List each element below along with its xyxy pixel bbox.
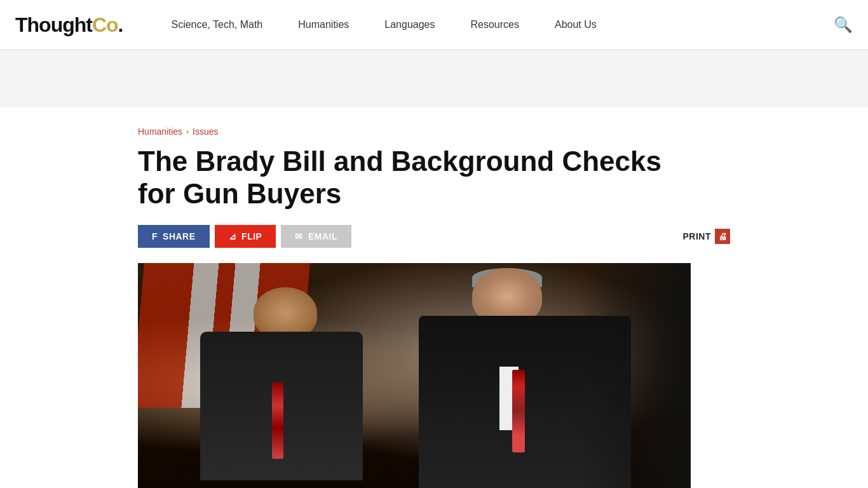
- print-button[interactable]: PRINT 🖨: [683, 229, 731, 244]
- share-email-button[interactable]: ✉ EMAIL: [281, 225, 351, 248]
- share-flip-label: FLIP: [241, 231, 262, 241]
- main-content: Humanities › Issues The Brady Bill and B…: [123, 107, 745, 488]
- nav-item-resources: Resources: [452, 0, 536, 50]
- search-icon[interactable]: 🔍: [834, 16, 853, 34]
- share-bar: f SHARE ⊿ FLIP ✉ EMAIL PRINT 🖨: [138, 225, 730, 248]
- nav-links: Science, Tech, Math Humanities Languages…: [153, 0, 834, 50]
- breadcrumb: Humanities › Issues: [138, 126, 730, 137]
- nav-link-languages[interactable]: Languages: [367, 0, 452, 50]
- nav-item-science: Science, Tech, Math: [153, 0, 280, 50]
- background-dark-edge: [580, 263, 691, 488]
- site-header: ThoughtCo. Science, Tech, Math Humanitie…: [0, 0, 868, 50]
- breadcrumb-parent-link[interactable]: Humanities: [138, 126, 182, 137]
- breadcrumb-current-link[interactable]: Issues: [193, 126, 218, 137]
- nav-link-humanities[interactable]: Humanities: [280, 0, 367, 50]
- print-label: PRINT: [683, 231, 712, 241]
- logo: ThoughtCo.: [15, 13, 123, 37]
- logo-thought: Thought: [15, 13, 92, 36]
- figure-left-body: [200, 332, 363, 480]
- nav-item-languages: Languages: [367, 0, 452, 50]
- ad-banner: [0, 50, 868, 107]
- nav-link-resources[interactable]: Resources: [452, 0, 536, 50]
- flip-icon: ⊿: [229, 231, 237, 241]
- email-icon: ✉: [295, 231, 303, 241]
- nav-link-science[interactable]: Science, Tech, Math: [153, 0, 280, 50]
- nav-item-humanities: Humanities: [280, 0, 367, 50]
- logo-dot: .: [118, 13, 123, 36]
- article-hero-image: [138, 263, 691, 488]
- nav-item-about: About Us: [537, 0, 614, 50]
- facebook-icon: f: [152, 231, 158, 241]
- logo-co: Co: [92, 13, 118, 36]
- share-facebook-label: SHARE: [163, 231, 196, 241]
- nav-link-about[interactable]: About Us: [537, 0, 614, 50]
- figure-left-tie: [272, 383, 283, 459]
- figure-right-tie: [512, 370, 525, 452]
- share-flip-button[interactable]: ⊿ FLIP: [215, 225, 276, 248]
- article-title: The Brady Bill and Background Checks for…: [138, 146, 691, 210]
- logo-link[interactable]: ThoughtCo.: [15, 13, 123, 37]
- figure-left: [166, 287, 398, 488]
- photo-scene: [138, 263, 691, 488]
- figure-left-head: [254, 287, 317, 338]
- share-email-label: EMAIL: [308, 231, 337, 241]
- print-icon: 🖨: [715, 229, 730, 244]
- main-nav: ThoughtCo. Science, Tech, Math Humanitie…: [0, 0, 868, 50]
- breadcrumb-separator: ›: [186, 127, 189, 136]
- share-facebook-button[interactable]: f SHARE: [138, 225, 210, 248]
